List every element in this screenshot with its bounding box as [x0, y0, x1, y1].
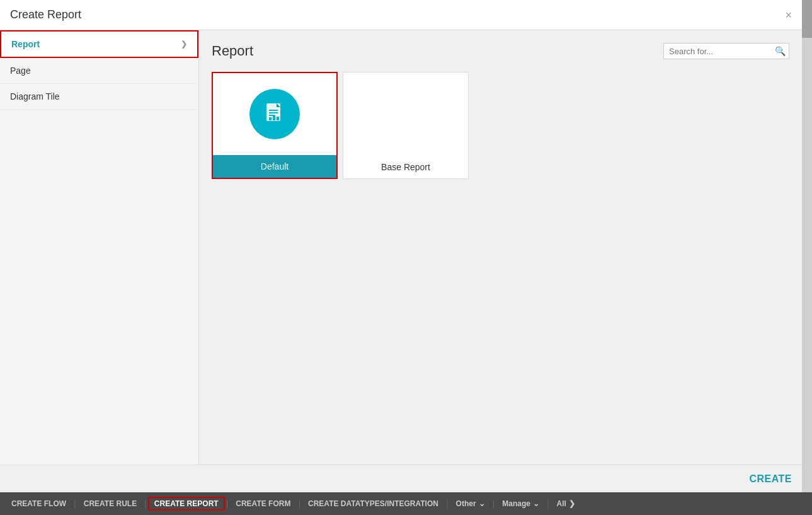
dialog-title: Create Report [10, 8, 81, 21]
sidebar-item-diagram-tile[interactable]: Diagram Tile [0, 84, 198, 110]
create-report-dialog: Create Report × Report ❯ Page Diagram Ti… [0, 0, 802, 492]
search-input[interactable] [669, 47, 775, 56]
sidebar-item-page-label: Page [10, 66, 31, 76]
taskbar-create-flow[interactable]: CREATE FLOW [5, 499, 72, 508]
taskbar-all-label: All [557, 499, 566, 508]
content-title: Report [212, 43, 253, 59]
sidebar-item-diagram-tile-label: Diagram Tile [10, 91, 60, 101]
taskbar-create-report[interactable]: CREATE REPORT [148, 497, 225, 511]
separator-5: | [445, 499, 450, 509]
separator-1: | [72, 499, 77, 509]
report-icon-circle [249, 89, 300, 139]
taskbar-manage[interactable]: Manage ⌄ [496, 499, 546, 508]
taskbar: CREATE FLOW | CREATE RULE | CREATE REPOR… [0, 492, 812, 515]
separator-7: | [546, 499, 551, 509]
dialog-header: Create Report × [0, 0, 802, 30]
separator-6: | [491, 499, 496, 509]
card-base-report-label: Base Report [343, 156, 468, 178]
dialog-footer: CREATE [0, 465, 802, 492]
taskbar-other-label: Other [456, 499, 476, 508]
taskbar-create-form[interactable]: CREATE FORM [229, 499, 297, 508]
svg-rect-6 [277, 117, 279, 120]
svg-rect-5 [273, 115, 275, 120]
content-header: Report 🔍 [212, 43, 789, 59]
sidebar-item-report[interactable]: Report ❯ [0, 30, 198, 58]
chevron-right-icon: ❯ [181, 40, 187, 49]
dialog-body: Report ❯ Page Diagram Tile Report 🔍 [0, 30, 802, 465]
cards-grid: Default Base Report [212, 72, 789, 184]
separator-2: | [143, 499, 148, 509]
sidebar-item-page[interactable]: Page [0, 58, 198, 84]
card-base-report-icon-area [343, 72, 468, 156]
scrollbar[interactable] [802, 0, 812, 492]
card-default[interactable]: Default [212, 72, 338, 179]
report-svg-icon [261, 100, 289, 128]
taskbar-all[interactable]: All ❯ [551, 499, 581, 508]
close-button[interactable]: × [785, 9, 792, 21]
scrollbar-thumb[interactable] [802, 0, 812, 38]
svg-rect-4 [269, 117, 272, 120]
taskbar-manage-label: Manage [502, 499, 530, 508]
card-default-label: Default [213, 155, 336, 178]
main-content: Report 🔍 [199, 30, 802, 465]
taskbar-all-arrow: ❯ [569, 499, 575, 508]
taskbar-other-arrow: ⌄ [479, 499, 485, 508]
sidebar-item-report-label: Report [11, 39, 40, 49]
separator-4: | [297, 499, 302, 509]
separator-3: | [225, 499, 230, 509]
card-default-icon-area [213, 73, 336, 155]
search-icon[interactable]: 🔍 [775, 46, 786, 56]
search-box: 🔍 [663, 43, 789, 59]
card-base-report[interactable]: Base Report [343, 72, 469, 179]
create-button[interactable]: CREATE [749, 472, 792, 486]
sidebar: Report ❯ Page Diagram Tile [0, 30, 199, 465]
taskbar-manage-arrow: ⌄ [533, 499, 539, 508]
taskbar-create-rule[interactable]: CREATE RULE [77, 499, 143, 508]
taskbar-create-datatypes[interactable]: CREATE DATATYPES/INTEGRATION [302, 499, 445, 508]
taskbar-other[interactable]: Other ⌄ [450, 499, 491, 508]
